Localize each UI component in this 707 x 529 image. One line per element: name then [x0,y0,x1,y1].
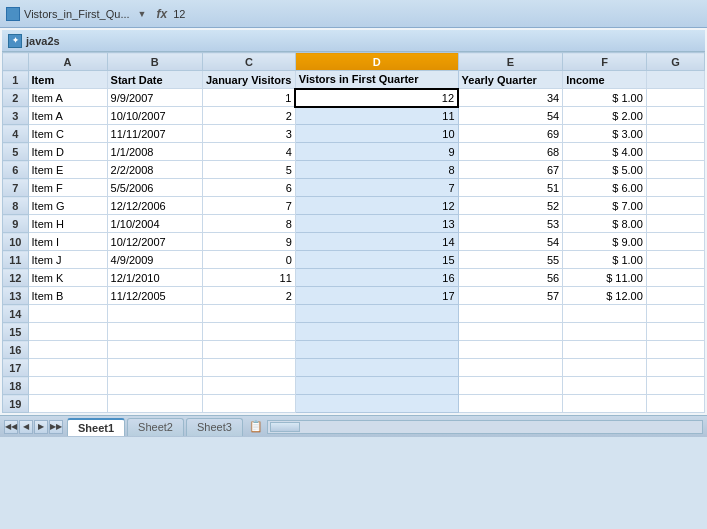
cell-f17[interactable] [563,359,647,377]
cell-d5[interactable]: 9 [295,143,458,161]
cell-e17[interactable] [458,359,563,377]
cell-b15[interactable] [107,323,202,341]
cell-e4[interactable]: 69 [458,125,563,143]
cell-a2[interactable]: Item A [28,89,107,107]
cell-b2[interactable]: 9/9/2007 [107,89,202,107]
cell-a7[interactable]: Item F [28,179,107,197]
cell-g1[interactable] [646,71,704,89]
cell-d11[interactable]: 15 [295,251,458,269]
cell-c8[interactable]: 7 [202,197,295,215]
cell-e14[interactable] [458,305,563,323]
cell-d8[interactable]: 12 [295,197,458,215]
cell-b17[interactable] [107,359,202,377]
cell-d9[interactable]: 13 [295,215,458,233]
cell-g12[interactable] [646,269,704,287]
sheet-tab-sheet2[interactable]: Sheet2 [127,418,184,436]
cell-f6[interactable]: $ 5.00 [563,161,647,179]
cell-b16[interactable] [107,341,202,359]
cell-g19[interactable] [646,395,704,413]
col-header-d[interactable]: D [295,53,458,71]
cell-c19[interactable] [202,395,295,413]
cell-f2[interactable]: $ 1.00 [563,89,647,107]
cell-f19[interactable] [563,395,647,413]
cell-d4[interactable]: 10 [295,125,458,143]
scrollbar-thumb[interactable] [270,422,300,432]
cell-b6[interactable]: 2/2/2008 [107,161,202,179]
cell-d7[interactable]: 7 [295,179,458,197]
cell-g7[interactable] [646,179,704,197]
cell-a3[interactable]: Item A [28,107,107,125]
cell-g4[interactable] [646,125,704,143]
cell-a14[interactable] [28,305,107,323]
cell-b12[interactable]: 12/1/2010 [107,269,202,287]
cell-a5[interactable]: Item D [28,143,107,161]
cell-f8[interactable]: $ 7.00 [563,197,647,215]
cell-d15[interactable] [295,323,458,341]
cell-f7[interactable]: $ 6.00 [563,179,647,197]
cell-b8[interactable]: 12/12/2006 [107,197,202,215]
cell-g16[interactable] [646,341,704,359]
cell-f9[interactable]: $ 8.00 [563,215,647,233]
dropdown-arrow-icon[interactable]: ▼ [138,9,147,19]
cell-e10[interactable]: 54 [458,233,563,251]
cell-f3[interactable]: $ 2.00 [563,107,647,125]
cell-c1[interactable]: January Visitors [202,71,295,89]
cell-f18[interactable] [563,377,647,395]
cell-d14[interactable] [295,305,458,323]
cell-d2[interactable]: 12 [295,89,458,107]
cell-e15[interactable] [458,323,563,341]
sheet-tab-sheet1[interactable]: Sheet1 [67,418,125,436]
cell-b14[interactable] [107,305,202,323]
col-header-g[interactable]: G [646,53,704,71]
cell-g2[interactable] [646,89,704,107]
cell-g8[interactable] [646,197,704,215]
col-header-a[interactable]: A [28,53,107,71]
cell-a10[interactable]: Item I [28,233,107,251]
cell-a16[interactable] [28,341,107,359]
cell-d12[interactable]: 16 [295,269,458,287]
cell-e7[interactable]: 51 [458,179,563,197]
cell-f16[interactable] [563,341,647,359]
cell-e3[interactable]: 54 [458,107,563,125]
cell-d19[interactable] [295,395,458,413]
cell-d16[interactable] [295,341,458,359]
cell-b1[interactable]: Start Date [107,71,202,89]
cell-a11[interactable]: Item J [28,251,107,269]
cell-g13[interactable] [646,287,704,305]
cell-f11[interactable]: $ 1.00 [563,251,647,269]
cell-f14[interactable] [563,305,647,323]
cell-f10[interactable]: $ 9.00 [563,233,647,251]
cell-c16[interactable] [202,341,295,359]
col-header-b[interactable]: B [107,53,202,71]
cell-g6[interactable] [646,161,704,179]
cell-a15[interactable] [28,323,107,341]
cell-g14[interactable] [646,305,704,323]
cell-e2[interactable]: 34 [458,89,563,107]
cell-d3[interactable]: 11 [295,107,458,125]
cell-e1[interactable]: Yearly Quarter [458,71,563,89]
cell-b5[interactable]: 1/1/2008 [107,143,202,161]
cell-e5[interactable]: 68 [458,143,563,161]
cell-c2[interactable]: 1 [202,89,295,107]
horizontal-scrollbar[interactable] [267,420,703,434]
cell-d1[interactable]: Vistors in First Quarter [295,71,458,89]
cell-a4[interactable]: Item C [28,125,107,143]
cell-e19[interactable] [458,395,563,413]
cell-c4[interactable]: 3 [202,125,295,143]
cell-a12[interactable]: Item K [28,269,107,287]
cell-c13[interactable]: 2 [202,287,295,305]
cell-d6[interactable]: 8 [295,161,458,179]
cell-c3[interactable]: 2 [202,107,295,125]
col-header-f[interactable]: F [563,53,647,71]
cell-e6[interactable]: 67 [458,161,563,179]
cell-e12[interactable]: 56 [458,269,563,287]
nav-prev-sheet[interactable]: ◀ [19,420,33,434]
col-header-c[interactable]: C [202,53,295,71]
cell-e16[interactable] [458,341,563,359]
cell-c18[interactable] [202,377,295,395]
col-header-e[interactable]: E [458,53,563,71]
sheet-options-icon[interactable]: 📋 [249,420,263,433]
cell-g15[interactable] [646,323,704,341]
cell-a13[interactable]: Item B [28,287,107,305]
cell-a1[interactable]: Item [28,71,107,89]
